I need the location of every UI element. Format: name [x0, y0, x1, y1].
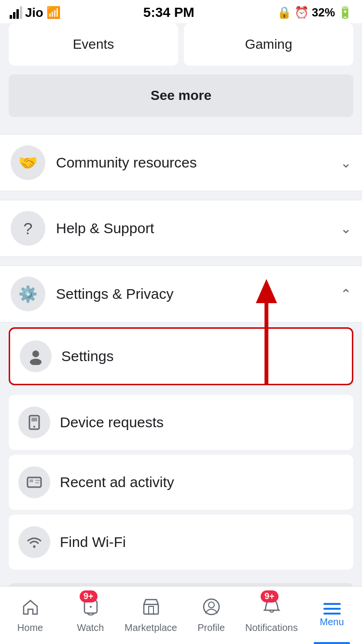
- svg-point-0: [32, 350, 39, 357]
- events-label: Events: [73, 37, 114, 52]
- community-resources-row[interactable]: 🤝 Community resources ⌄: [0, 134, 362, 191]
- tab-watch-label: Watch: [77, 622, 104, 633]
- find-wifi-item[interactable]: Find Wi-Fi: [9, 515, 353, 570]
- find-wifi-label: Find Wi-Fi: [60, 534, 126, 550]
- settings-person-icon: [20, 340, 52, 372]
- status-bar: Jio 📶 5:34 PM 🔒 ⏰ 32% 🔋: [0, 0, 362, 23]
- community-label: Community resources: [56, 154, 340, 171]
- recent-ad-label: Recent ad activity: [60, 474, 174, 490]
- menu-icon: [323, 603, 341, 615]
- signal-icon: [10, 6, 22, 19]
- status-time: 5:34 PM: [143, 5, 195, 20]
- settings-privacy-section: ⚙️ Settings & Privacy ⌃ Settings: [0, 266, 362, 574]
- tab-home-label: Home: [17, 622, 43, 633]
- events-card[interactable]: Events: [9, 23, 178, 66]
- svg-point-17: [209, 602, 214, 608]
- settings-privacy-icon: ⚙️: [11, 277, 45, 311]
- tab-marketplace[interactable]: Marketplace: [121, 587, 181, 644]
- tab-notifications[interactable]: 9+ Notifications: [241, 587, 302, 644]
- tab-profile[interactable]: Profile: [181, 587, 241, 644]
- recent-ad-item[interactable]: Recent ad activity: [9, 455, 353, 510]
- gaming-card[interactable]: Gaming: [184, 23, 353, 66]
- see-more-wrap: See more: [0, 74, 362, 126]
- tab-home[interactable]: Home: [0, 587, 60, 644]
- marketplace-icon: [142, 598, 160, 620]
- gaming-label: Gaming: [245, 37, 292, 52]
- settings-label: Settings: [61, 348, 113, 364]
- see-more-button[interactable]: See more: [9, 74, 353, 117]
- help-chevron: ⌄: [340, 221, 351, 237]
- wifi-icon: 📶: [46, 6, 61, 19]
- device-requests-item[interactable]: Device requests: [9, 395, 353, 450]
- settings-privacy-chevron: ⌃: [340, 286, 351, 302]
- battery-label: 32%: [312, 6, 335, 19]
- tab-bar: Home 9+ Watch Marketplace: [0, 586, 362, 644]
- profile-icon: [202, 598, 221, 620]
- help-label: Help & Support: [56, 220, 340, 237]
- main-content: Events Gaming See more 🤝 Community resou…: [0, 23, 362, 644]
- tab-notifications-label: Notifications: [245, 622, 298, 633]
- status-left: Jio 📶: [10, 5, 61, 20]
- tab-menu-label: Menu: [320, 616, 344, 628]
- settings-item[interactable]: Settings: [9, 327, 353, 385]
- svg-point-1: [30, 359, 42, 365]
- settings-privacy-header[interactable]: ⚙️ Settings & Privacy ⌃: [0, 266, 362, 322]
- notifications-badge: 9+: [261, 590, 278, 602]
- find-wifi-icon: [18, 526, 50, 558]
- svg-rect-5: [31, 418, 37, 421]
- status-right: 🔒 ⏰ 32% 🔋: [277, 6, 352, 19]
- watch-badge: 9+: [80, 590, 97, 602]
- top-cards-row: Events Gaming: [0, 23, 362, 74]
- battery-icon: 🔋: [338, 6, 352, 19]
- community-icon: 🤝: [11, 145, 45, 180]
- tab-watch[interactable]: 9+ Watch: [60, 587, 121, 644]
- svg-point-6: [33, 426, 35, 428]
- settings-privacy-label: Settings & Privacy: [56, 286, 340, 302]
- svg-point-13: [90, 606, 92, 608]
- tab-profile-label: Profile: [197, 622, 225, 633]
- tab-active-indicator: [314, 642, 350, 644]
- tab-menu[interactable]: Menu: [302, 587, 362, 644]
- carrier-label: Jio: [25, 5, 43, 20]
- lock-icon: 🔒: [277, 6, 292, 19]
- svg-rect-8: [29, 479, 33, 482]
- device-requests-label: Device requests: [60, 414, 164, 431]
- device-requests-icon: [18, 406, 50, 438]
- home-icon: [21, 598, 40, 620]
- svg-point-11: [33, 546, 36, 548]
- recent-ad-icon: [18, 466, 50, 498]
- community-chevron: ⌄: [340, 155, 351, 171]
- alarm-icon: ⏰: [294, 6, 309, 19]
- settings-sub-items: Settings: [0, 322, 362, 574]
- help-icon: ?: [11, 211, 45, 246]
- help-support-row[interactable]: ? Help & Support ⌄: [0, 200, 362, 257]
- tab-marketplace-label: Marketplace: [125, 622, 177, 633]
